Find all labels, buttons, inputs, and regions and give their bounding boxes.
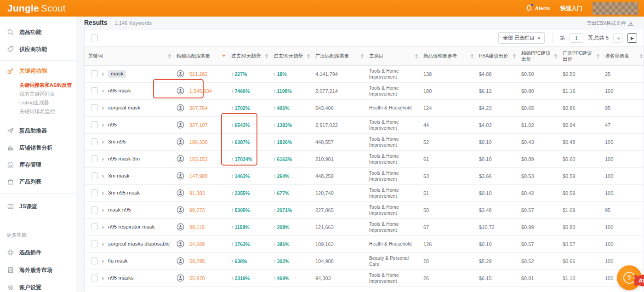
person-circle-icon[interactable] xyxy=(177,257,184,265)
jungle-scout-logo[interactable]: Jungle Scout xyxy=(7,3,66,14)
row-expand-chevron[interactable]: › xyxy=(102,105,104,111)
row-checkbox[interactable] xyxy=(91,189,98,196)
sidebar-subitem-my-keyword-lists[interactable]: 我的关键词列表 xyxy=(19,90,76,98)
sort-desc-icon[interactable] xyxy=(222,55,226,57)
table-row: › 3m mask 147,988 ↑1463% ↑264% 448,259 T… xyxy=(85,167,644,184)
previous-page-button[interactable]: ◀ xyxy=(613,33,623,43)
row-checkbox[interactable] xyxy=(91,138,98,145)
sort-icon[interactable] xyxy=(640,54,643,58)
sort-icon[interactable] xyxy=(307,54,310,58)
col-header-trend-90d[interactable]: 过去90天趋势 xyxy=(270,47,312,65)
row-expand-chevron[interactable]: › xyxy=(102,258,104,264)
row-checkbox[interactable] xyxy=(91,104,98,111)
promo-reference-value: 58 xyxy=(423,207,429,213)
row-expand-chevron[interactable]: › xyxy=(102,224,104,230)
row-expand-chevron[interactable]: › xyxy=(102,173,104,179)
sort-icon[interactable] xyxy=(361,54,364,58)
row-checkbox[interactable] xyxy=(91,155,98,162)
help-badge[interactable]: 点我 xyxy=(633,275,644,286)
person-circle-icon[interactable] xyxy=(177,172,184,180)
export-csv-button[interactable]: 导出CSV格式文件 xyxy=(587,20,634,27)
person-circle-icon[interactable] xyxy=(177,104,184,112)
sidebar-item-marketplace[interactable]: 海外服务市场 xyxy=(0,265,76,275)
sort-icon[interactable] xyxy=(265,54,268,58)
sidebar-item-extension[interactable]: 选品插件 xyxy=(0,248,76,257)
row-expand-chevron[interactable]: › xyxy=(102,190,104,196)
row-expand-chevron[interactable]: › xyxy=(102,207,104,213)
row-expand-chevron[interactable]: › xyxy=(102,156,104,162)
person-circle-icon[interactable] xyxy=(177,121,184,129)
sidebar-item-sales-analytics[interactable]: 店铺销售分析 xyxy=(0,143,76,152)
row-expand-chevron[interactable]: › xyxy=(102,122,104,128)
sidebar-item-supplier[interactable]: 供应商功能 xyxy=(0,45,76,54)
sort-icon[interactable] xyxy=(415,54,418,58)
alerts-button[interactable]: Alerts xyxy=(525,5,550,12)
row-expand-chevron[interactable]: › xyxy=(102,71,104,77)
col-header-broad-ppc-bid[interactable]: 广泛PPC建议出价 xyxy=(559,47,601,65)
person-circle-icon[interactable] xyxy=(177,87,184,95)
hsa-bid-value: $10.72 xyxy=(479,224,495,230)
results-count: 1,146 Keywords xyxy=(115,20,152,26)
row-checkbox[interactable] xyxy=(91,87,98,94)
sidebar-item-launch[interactable]: 新品助推器 xyxy=(0,126,76,135)
col-header-category[interactable]: 主类目 xyxy=(365,47,420,65)
sidebar-subitem-listing-builder[interactable]: Listing生成器 xyxy=(19,98,76,107)
col-header-ease-to-rank[interactable]: 排名容易度 xyxy=(601,47,644,65)
sidebar-item-product-research[interactable]: 选品功能 xyxy=(0,28,76,37)
person-circle-icon[interactable] xyxy=(177,138,184,146)
sidebar-item-academy[interactable]: JS课堂 xyxy=(0,202,76,211)
person-circle-icon[interactable] xyxy=(177,274,184,282)
row-checkbox[interactable] xyxy=(91,70,98,77)
sidebar-item-keywords[interactable]: 关键词功能 xyxy=(0,66,76,75)
row-checkbox[interactable] xyxy=(91,275,98,281)
sort-icon[interactable] xyxy=(168,54,171,58)
row-checkbox[interactable] xyxy=(91,206,98,213)
row-checkbox[interactable] xyxy=(91,240,98,247)
quickstart-link[interactable]: 快速入门 xyxy=(560,5,582,12)
sidebar-item-inventory[interactable]: 库存管理 xyxy=(0,160,76,169)
select-all-checkbox[interactable] xyxy=(91,34,98,41)
avatar[interactable] xyxy=(593,2,638,15)
row-expand-chevron[interactable]: › xyxy=(102,139,104,145)
trend-90d-value: 386% xyxy=(277,241,290,247)
promo-reference-value: 61 xyxy=(423,156,429,162)
person-circle-icon[interactable] xyxy=(177,189,184,197)
col-header-trend-30d[interactable]: 过去30天趋势 xyxy=(228,47,270,65)
col-header-exact-ppc-bid[interactable]: 精确PPC建议出价 xyxy=(518,47,559,65)
magnifier-icon xyxy=(6,29,14,36)
person-circle-icon[interactable] xyxy=(177,206,184,214)
sort-icon[interactable] xyxy=(513,54,516,58)
sort-icon[interactable] xyxy=(471,54,473,58)
tag-icon xyxy=(6,46,14,53)
col-header-exact-volume[interactable]: 精确匹配搜索量 xyxy=(173,47,228,65)
category-value: Tools & Home Improvement xyxy=(369,205,399,216)
row-checkbox[interactable] xyxy=(91,258,98,264)
sidebar-item-account-settings[interactable]: 账户设置 xyxy=(0,283,76,292)
sort-icon[interactable] xyxy=(554,54,557,58)
row-checkbox[interactable] xyxy=(91,121,98,128)
person-circle-icon[interactable] xyxy=(177,155,184,163)
sort-icon[interactable] xyxy=(597,54,599,58)
column-selector-button[interactable]: 全部 已选栏目 ▾ xyxy=(498,32,545,44)
sidebar-subitem-rank-tracker[interactable]: 关键词排名监控 xyxy=(19,107,76,116)
row-expand-chevron[interactable]: › xyxy=(102,241,104,247)
row-checkbox[interactable] xyxy=(91,172,98,179)
sidebar-subitem-keyword-search-asin[interactable]: 关键词搜索和ASIN反查 xyxy=(19,81,76,90)
page-number-input[interactable] xyxy=(570,33,583,43)
promo-reference-value: 180 xyxy=(423,88,432,94)
col-header-broad-volume[interactable]: 广泛匹配搜索量 xyxy=(312,47,365,65)
col-header-hsa-bid[interactable]: HSA建议出价 xyxy=(475,47,518,65)
up-arrow-icon: ↑ xyxy=(274,173,276,179)
trend-30d-value: 1763% xyxy=(235,241,250,247)
person-circle-icon[interactable] xyxy=(177,240,184,248)
up-arrow-icon: ↑ xyxy=(274,258,276,264)
next-page-button[interactable]: ▶ xyxy=(627,33,637,43)
col-header-promo-reference[interactable]: 新品促销量参考 xyxy=(420,47,475,65)
sidebar-item-product-list[interactable]: 产品列表 xyxy=(0,177,76,186)
row-expand-chevron[interactable]: › xyxy=(102,275,104,281)
col-header-keyword[interactable]: 关键词 xyxy=(85,47,173,65)
row-expand-chevron[interactable]: › xyxy=(102,88,104,94)
person-circle-icon[interactable] xyxy=(177,223,184,231)
row-checkbox[interactable] xyxy=(91,223,98,230)
person-circle-icon[interactable] xyxy=(177,70,184,78)
